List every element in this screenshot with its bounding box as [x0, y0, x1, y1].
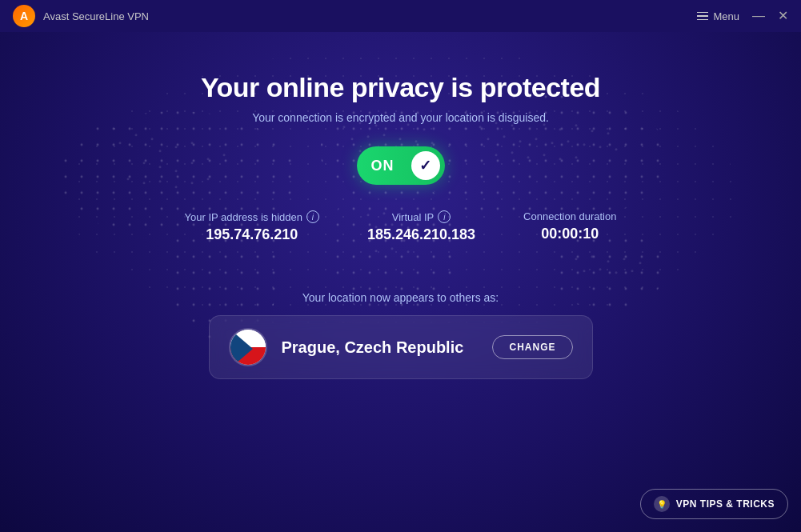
lightbulb-icon: 💡 — [654, 496, 670, 512]
stat-ip-hidden-label: Your IP address is hidden i — [185, 210, 319, 223]
stat-duration-label: Connection duration — [523, 210, 616, 222]
ip-info-icon[interactable]: i — [306, 210, 319, 223]
location-section: Your location now appears to others as: … — [0, 291, 801, 379]
stat-virtual-ip: Virtual IP i 185.246.210.183 — [367, 210, 475, 243]
country-flag — [229, 328, 267, 366]
titlebar-right: Menu — ✕ — [697, 10, 788, 22]
vpn-toggle[interactable]: ON — [357, 146, 445, 185]
stat-ip-hidden-value: 195.74.76.210 — [206, 226, 298, 243]
flag-blue-triangle — [230, 330, 253, 366]
toggle-label: ON — [371, 158, 394, 174]
close-button[interactable]: ✕ — [778, 10, 788, 22]
stat-duration-value: 00:00:10 — [541, 226, 599, 242]
stat-virtual-ip-value: 185.246.210.183 — [367, 226, 475, 243]
toggle-switch[interactable]: ON — [357, 146, 445, 185]
stat-virtual-ip-label: Virtual IP i — [392, 210, 451, 223]
minimize-button[interactable]: — — [752, 10, 765, 22]
main-content: Your online privacy is protected Your co… — [0, 32, 801, 532]
tips-button-label: VPN TIPS & TRICKS — [676, 498, 775, 510]
menu-button[interactable]: Menu — [697, 10, 739, 22]
toggle-knob — [411, 151, 440, 180]
stat-ip-hidden: Your IP address is hidden i 195.74.76.21… — [185, 210, 319, 243]
change-location-button[interactable]: CHANGE — [492, 335, 572, 359]
titlebar: A Avast SecureLine VPN Menu — ✕ — [0, 0, 801, 32]
titlebar-left: A Avast SecureLine VPN — [13, 5, 149, 27]
app-title: Avast SecureLine VPN — [43, 10, 149, 22]
stat-duration: Connection duration 00:00:10 — [523, 210, 616, 242]
tips-button[interactable]: 💡 VPN TIPS & TRICKS — [640, 489, 788, 519]
hamburger-icon — [697, 12, 708, 21]
headline: Your online privacy is protected — [201, 72, 600, 103]
location-name: Prague, Czech Republic — [282, 338, 479, 357]
czech-flag — [230, 330, 266, 365]
subheadline: Your connection is encrypted and your lo… — [252, 111, 549, 124]
avast-logo: A — [13, 5, 35, 27]
virtual-ip-info-icon[interactable]: i — [438, 210, 451, 223]
stats-row: Your IP address is hidden i 195.74.76.21… — [185, 210, 617, 243]
location-label: Your location now appears to others as: — [302, 291, 499, 304]
location-card: Prague, Czech Republic CHANGE — [209, 315, 593, 379]
